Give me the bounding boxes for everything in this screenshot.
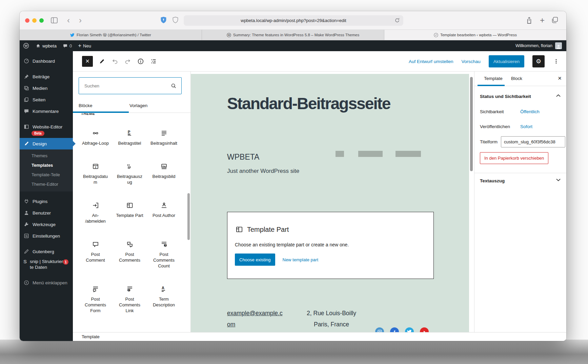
share-icon[interactable] (526, 16, 532, 24)
twitter-icon[interactable] (405, 327, 414, 332)
sidebar-item-dashboard[interactable]: Dashboard (20, 55, 73, 67)
extension-shield-blue-icon[interactable] (160, 16, 167, 24)
canvas-scrollbar[interactable] (470, 77, 473, 171)
sidebar-item-site-editor[interactable]: Website-Editor (20, 121, 73, 133)
sidebar-item-pages[interactable]: Seiten (20, 94, 73, 105)
browser-tab-active-template[interactable]: Template bearbeiten ‹ wpbeta — WordPress (384, 30, 566, 40)
block-item-post-comments-count[interactable]: 2 Post Comments Count (147, 240, 181, 269)
site-tagline[interactable]: Just another WordPress site (227, 168, 299, 175)
block-item-post-comments[interactable]: Post Comments (113, 240, 147, 269)
back-icon[interactable]: ‹ (67, 17, 70, 24)
block-item-post-comments-form[interactable]: Post Comments Form (78, 285, 113, 314)
breadcrumb[interactable]: Template (82, 334, 100, 339)
sidebar-item-snip[interactable]: S snip | Strukturier- te Daten 1 (20, 257, 73, 272)
tab-overview-icon[interactable] (551, 17, 558, 23)
comments-menu[interactable]: 0 (60, 40, 75, 51)
template-part-placeholder-block[interactable]: Template Part Choose an existing templat… (227, 212, 434, 279)
edit-tool-icon[interactable] (98, 58, 106, 65)
tab-block[interactable]: Block (511, 76, 522, 81)
page-title[interactable]: Standard-Beitragsseite (227, 94, 390, 113)
browser-tab-twitter[interactable]: Florian Simeth Ⓦ (@floriansimeth) / Twit… (20, 30, 202, 40)
settings-gear-button[interactable]: ⚙ (532, 55, 545, 67)
instagram-icon[interactable] (375, 327, 384, 332)
collapse-menu-button[interactable]: Menü einklappen (20, 277, 73, 288)
details-icon[interactable] (137, 58, 144, 65)
switch-to-draft-link[interactable]: Auf Entwurf umstellen (409, 59, 453, 64)
tab-template[interactable]: Template (484, 76, 503, 81)
sidebar-item-media[interactable]: Medien (20, 82, 73, 94)
howdy-text[interactable]: Willkommen, florian (515, 43, 552, 48)
zoom-window-button[interactable] (39, 18, 44, 23)
block-item-post-image[interactable]: Beitragsbild (147, 162, 181, 185)
browser-tab-wordpress-docs[interactable]: W Summary: Theme features in WordPress 5… (202, 30, 384, 40)
chevron-up-icon[interactable] (556, 94, 561, 97)
tab-patterns[interactable]: Vorlagen (129, 103, 147, 108)
search-input[interactable] (79, 83, 170, 88)
block-item-post-title[interactable]: P Beitragstitel (113, 129, 147, 146)
facebook-icon[interactable]: f (390, 327, 399, 332)
sidebar-item-templates[interactable]: Templates (20, 160, 73, 170)
site-title[interactable]: WPBETA (227, 153, 259, 162)
sidebar-toggle-icon[interactable] (51, 17, 58, 23)
block-item-query-loop[interactable]: Abfrage-Loop (78, 129, 113, 146)
wp-logo-menu[interactable] (20, 40, 33, 51)
minimize-window-button[interactable] (32, 18, 37, 23)
preview-link[interactable]: Vorschau (461, 59, 480, 64)
inserter-scrollbar[interactable] (187, 193, 190, 240)
close-editor-button[interactable]: × (82, 56, 93, 67)
sidebar-item-settings[interactable]: Einstellungen (20, 230, 73, 242)
template-canvas[interactable]: Standard-Beitragsseite WPBETA Just anoth… (191, 74, 469, 332)
excerpt-panel-header[interactable]: Textauszug (480, 178, 505, 183)
block-item-login-logout[interactable]: An- /abmelden (78, 201, 113, 224)
publish-value-link[interactable]: Sofort (520, 124, 532, 129)
avatar[interactable] (555, 42, 562, 49)
block-item-post-content[interactable]: Beitragsinhalt (147, 129, 181, 146)
address-bar[interactable]: wpbeta.local/wp-admin/post.php?post=29&a… (184, 15, 403, 26)
update-button[interactable]: Aktualisieren (489, 55, 524, 67)
sidebar-item-users[interactable]: Benutzer (20, 207, 73, 219)
window-controls[interactable] (25, 18, 44, 23)
block-item-term-description[interactable]: A Term Description (147, 285, 181, 314)
close-settings-icon[interactable]: × (558, 75, 562, 82)
inserter-search[interactable] (79, 77, 182, 94)
sidebar-item-template-parts[interactable]: Template-Teile (20, 170, 73, 179)
post-author-icon (160, 201, 168, 209)
extension-shield-gray-icon[interactable] (172, 16, 179, 24)
block-item-post-comment[interactable]: Post Comment (78, 240, 113, 269)
site-name-menu[interactable]: wpbeta (33, 40, 60, 51)
sidebar-item-themes[interactable]: Themes (20, 151, 73, 160)
new-template-part-link[interactable]: New template part (283, 257, 319, 262)
new-tab-icon[interactable]: + (540, 16, 545, 25)
chevron-down-icon[interactable] (556, 178, 561, 182)
close-window-button[interactable] (25, 18, 29, 23)
sidebar-item-theme-editor[interactable]: Theme-Editor (20, 179, 73, 189)
svg-text:2: 2 (95, 166, 96, 168)
block-item-post-author[interactable]: Post Author (147, 201, 181, 224)
sidebar-item-posts[interactable]: Beiträge (20, 71, 73, 82)
footer-email-link[interactable]: example@example.c om (227, 308, 283, 330)
forward-icon[interactable]: › (79, 17, 82, 24)
block-item-post-excerpt[interactable]: Beitragsausz ug (113, 162, 147, 185)
sidebar-item-design[interactable]: Design (20, 138, 73, 149)
undo-icon[interactable] (111, 58, 119, 65)
slug-input[interactable] (501, 136, 565, 147)
block-item-post-date[interactable]: 2 Beitragsdatu m (78, 162, 113, 185)
sidebar-item-tools[interactable]: Werkzeuge (20, 219, 73, 230)
choose-existing-button[interactable]: Choose existing (235, 254, 275, 266)
options-kebab-icon[interactable] (553, 58, 560, 65)
sidebar-item-comments[interactable]: Kommentare (20, 105, 73, 117)
youtube-icon[interactable] (420, 327, 429, 332)
block-item-template-part[interactable]: Template Part (113, 201, 147, 224)
new-content-menu[interactable]: + Neu (75, 40, 94, 51)
tab-blocks[interactable]: Blöcke (79, 103, 93, 108)
sidebar-item-gutenberg[interactable]: Gutenberg (20, 246, 73, 257)
status-panel-header[interactable]: Status und Sichtbarkeit (480, 94, 531, 99)
site-name: wpbeta (42, 43, 57, 48)
redo-icon[interactable] (124, 58, 131, 65)
sidebar-item-plugins[interactable]: Plugins (20, 196, 73, 207)
list-view-icon[interactable] (150, 58, 157, 65)
move-to-trash-button[interactable]: In den Papierkorb verschieben (480, 152, 548, 164)
reload-icon[interactable] (394, 17, 400, 23)
block-item-post-comments-link[interactable]: 2 Post Comments Link (113, 285, 147, 314)
visibility-value-link[interactable]: Öffentlich (520, 109, 540, 114)
